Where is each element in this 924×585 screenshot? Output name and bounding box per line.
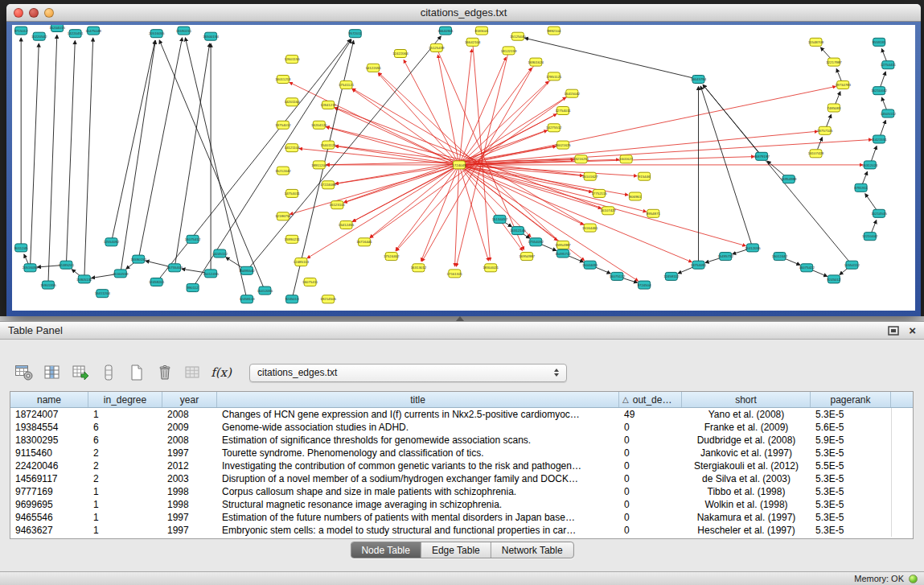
graph-node[interactable]: 10214505 [871, 209, 887, 217]
table-cell[interactable]: 1997 [162, 447, 217, 459]
table-cell[interactable]: 1 [88, 524, 162, 537]
graph-node[interactable]: 16210442 [871, 87, 887, 95]
table-cell[interactable]: 0 [619, 447, 682, 459]
column-header-in-degree[interactable]: in_degree [88, 392, 162, 407]
graph-node[interactable]: 12754011 [555, 107, 571, 115]
table-cell[interactable]: Dudbridge et al. (2008) [682, 434, 811, 447]
graph-node[interactable]: 915446 [639, 172, 651, 180]
graph-node[interactable]: 9724504 [638, 281, 652, 289]
graph-node[interactable]: 25160559 [113, 270, 129, 278]
graph-node[interactable]: 20516055 [149, 30, 165, 38]
graph-node[interactable]: 19214505 [320, 295, 336, 303]
table-cell[interactable]: de Silva et al. (2003) [682, 472, 811, 485]
graph-node[interactable]: 15412455 [339, 221, 355, 229]
table-cell[interactable]: 5.3E-5 [811, 511, 891, 524]
table-cell[interactable]: 1997 [162, 511, 217, 524]
close-panel-icon[interactable]: × [909, 324, 916, 336]
graph-node[interactable]: 18304021 [483, 264, 499, 272]
graph-node[interactable]: 12186754 [275, 212, 291, 220]
graph-node[interactable]: 14201164 [284, 98, 300, 106]
table-cell[interactable]: 9777169 [10, 485, 88, 498]
table-cell[interactable]: 2 [88, 459, 162, 472]
graph-node[interactable]: 14754011 [284, 189, 300, 197]
graph-node[interactable]: 16954987 [519, 253, 535, 261]
graph-node[interactable]: 16313012 [411, 264, 427, 272]
table-cell[interactable]: 9465546 [10, 511, 88, 524]
table-settings-button[interactable] [13, 361, 35, 384]
graph-node[interactable]: 15012442 [772, 253, 788, 261]
function-builder-button[interactable]: f(x) [210, 361, 232, 384]
graph-node[interactable]: 15590151 [176, 27, 192, 35]
table-cell[interactable]: Jankovic et al. (1997) [682, 447, 811, 459]
select-columns-button[interactable] [41, 361, 64, 384]
graph-node[interactable]: 806961 [629, 192, 641, 200]
graph-node[interactable]: 7485083 [827, 104, 841, 112]
delete-table-button[interactable] [154, 361, 176, 384]
table-cell[interactable]: 19384554 [10, 421, 88, 434]
graph-node[interactable]: 15990211 [284, 235, 300, 243]
graph-node[interactable]: 18122159 [501, 47, 517, 55]
graph-node[interactable]: 16642104 [465, 38, 481, 46]
table-cell[interactable]: 9115460 [10, 447, 88, 459]
table-cell[interactable]: 0 [619, 472, 682, 485]
graph-node[interactable]: 9245013 [285, 295, 300, 303]
table-cell[interactable]: 1997 [162, 524, 217, 537]
graph-node[interactable]: 16901624 [528, 58, 544, 66]
graph-node[interactable]: 18757105 [817, 126, 833, 134]
graph-node[interactable]: 16075412 [185, 235, 201, 243]
graph-node[interactable]: 16107427 [600, 207, 616, 215]
graph-node[interactable]: 16411204 [95, 290, 111, 298]
table-cell[interactable]: 5.3E-5 [811, 472, 891, 485]
graph-node[interactable]: 19734783 [835, 81, 851, 89]
graph-node[interactable]: 15044091 [582, 261, 598, 269]
table-row[interactable]: 1938455462009Genome-wide association stu… [10, 421, 913, 434]
column-header-year[interactable]: year [162, 392, 217, 407]
graph-node[interactable]: 9559181 [873, 38, 887, 46]
graph-node[interactable]: 15901355 [40, 281, 56, 289]
table-row[interactable]: 2242004622012Investigating the contribut… [10, 459, 913, 472]
graph-node[interactable]: 14122051 [365, 64, 381, 72]
graph-node[interactable]: 18911204 [311, 161, 327, 169]
graph-node[interactable]: 12422064 [392, 50, 409, 58]
graph-node[interactable]: 11548708 [808, 38, 824, 46]
graph-node[interactable]: 12601155 [284, 56, 300, 64]
graph-node[interactable]: 14121104 [284, 144, 300, 152]
table-cell[interactable]: 5.3E-5 [811, 447, 891, 459]
table-cell[interactable]: 22420046 [10, 459, 88, 472]
table-cell[interactable]: 6 [88, 434, 162, 447]
minimize-window-button[interactable] [29, 8, 39, 18]
network-canvas[interactable]: 1724045151254391664210418122159169016241… [12, 25, 915, 311]
graph-node[interactable]: 16021625 [555, 141, 571, 149]
column-button[interactable] [97, 361, 120, 384]
table-cell[interactable]: 5.3E-5 [811, 485, 891, 498]
window-titlebar[interactable]: citations_edges.txt [6, 4, 921, 22]
table-cell[interactable]: Yano et al. (2008) [682, 408, 811, 421]
graph-node[interactable]: 15905132 [76, 275, 92, 283]
table-cell[interactable]: Changes of HCN gene expression and I(f) … [217, 408, 619, 421]
column-header-out-degree[interactable]: △ out_de… [619, 392, 682, 407]
float-panel-icon[interactable] [888, 326, 899, 336]
table-cell[interactable]: 5.5E-5 [811, 459, 891, 472]
graph-node[interactable]: 17851121 [546, 72, 562, 80]
graph-node[interactable]: 16755409 [166, 264, 183, 272]
graph-node[interactable]: 15590152 [130, 255, 146, 263]
graph-node[interactable]: 16500154 [203, 32, 219, 40]
table-cell[interactable]: 5.6E-5 [811, 421, 891, 434]
new-file-button[interactable] [125, 361, 148, 384]
table-cell[interactable]: 2008 [162, 434, 217, 447]
table-cell[interactable]: 5.3E-5 [811, 498, 891, 511]
graph-node[interactable]: 16643794 [691, 76, 707, 84]
graph-node[interactable]: 12458201 [149, 278, 165, 286]
graph-node[interactable]: 15125440 [510, 32, 526, 40]
table-cell[interactable]: 1 [88, 498, 162, 511]
graph-node[interactable]: 17541121 [339, 81, 355, 89]
graph-node[interactable]: 1601627 [619, 155, 634, 163]
close-window-button[interactable] [14, 8, 23, 18]
tab-edge-table[interactable]: Edge Table [421, 542, 491, 558]
table-cell[interactable]: 2 [88, 472, 162, 485]
graph-node[interactable]: 16640901 [437, 27, 454, 35]
graph-node[interactable]: 11421551 [871, 135, 887, 143]
graph-node[interactable]: 15495732 [717, 253, 733, 261]
graph-node[interactable]: 1724045 [452, 161, 466, 169]
graph-node[interactable]: 14245112 [212, 249, 228, 257]
